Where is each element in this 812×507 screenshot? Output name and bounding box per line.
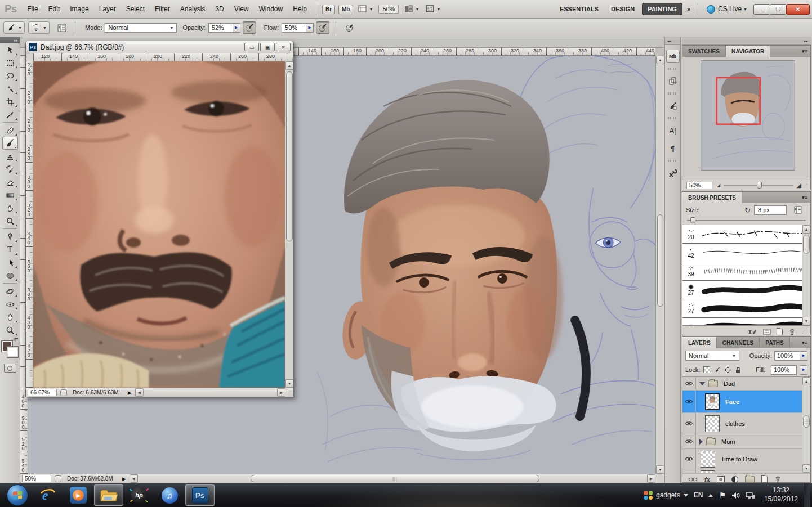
media-player-icon[interactable]: ▶ bbox=[64, 484, 93, 506]
scroll-down-button[interactable]: ▼ bbox=[285, 379, 293, 388]
tab-swatches[interactable]: SWATCHES bbox=[682, 46, 726, 57]
layer-row-partial[interactable] bbox=[682, 469, 810, 473]
scroll-down-button[interactable]: ▼ bbox=[802, 464, 810, 473]
restore-button[interactable]: ❐ bbox=[770, 4, 787, 15]
marquee-tool[interactable] bbox=[2, 56, 18, 69]
language-indicator[interactable]: EN bbox=[694, 491, 703, 499]
horizontal-scroll-thumb[interactable]: ||| bbox=[251, 475, 540, 482]
airbrush-toggle[interactable] bbox=[342, 21, 356, 34]
navigator-zoom-input[interactable]: 50% bbox=[686, 182, 712, 189]
brush-tool[interactable] bbox=[2, 137, 18, 150]
mini-bridge-panel-icon[interactable]: Mb bbox=[666, 50, 680, 63]
paragraph-panel-icon[interactable]: ¶ bbox=[666, 142, 680, 155]
vertical-scroll-thumb[interactable]: ||| bbox=[803, 415, 810, 428]
menu-item[interactable]: 3D bbox=[210, 0, 229, 18]
screen-mode-button[interactable]: ▼ bbox=[423, 3, 443, 15]
lasso-tool[interactable] bbox=[2, 69, 18, 82]
group-collapsed-arrow[interactable] bbox=[699, 439, 703, 445]
scroll-down-button[interactable]: ▼ bbox=[656, 465, 664, 474]
scroll-left-button[interactable]: ◀ bbox=[135, 388, 144, 397]
eyedropper-tool[interactable] bbox=[2, 108, 18, 121]
canvas-horizontal-scrollbar[interactable]: ◀ ▶ ||| bbox=[130, 474, 655, 483]
layer-row-mum-group[interactable]: Mum bbox=[682, 434, 810, 449]
ruler-corner[interactable] bbox=[26, 53, 33, 61]
adjustment-layer-button[interactable] bbox=[731, 476, 738, 483]
smudge-tool[interactable] bbox=[2, 201, 18, 214]
dock-expand-button[interactable]: ▸▸ bbox=[682, 37, 811, 45]
reference-image-window[interactable]: Ps Dad.jpg @ 66.7% (RGB/8#) ▭ ▣ ✕ 120140… bbox=[25, 41, 294, 397]
layer-fill-input[interactable]: 100% bbox=[771, 365, 797, 375]
toggle-brush-panel-button[interactable] bbox=[791, 204, 805, 216]
group-expand-arrow[interactable] bbox=[699, 382, 705, 385]
zoom-slider-thumb[interactable] bbox=[757, 182, 762, 189]
reference-zoom-input[interactable]: 66.67% bbox=[28, 389, 57, 396]
dodge-tool[interactable] bbox=[2, 214, 18, 227]
fill-stepper[interactable]: ▶ bbox=[800, 365, 807, 375]
reference-horizontal-ruler[interactable]: 120140160180200220240260280 bbox=[33, 53, 293, 61]
menu-item[interactable]: Analysis bbox=[175, 0, 211, 18]
type-tool[interactable]: T bbox=[2, 243, 18, 256]
pressure-opacity-toggle[interactable] bbox=[243, 21, 256, 34]
opacity-input[interactable]: 52% bbox=[208, 23, 233, 33]
layer-blend-mode-select[interactable]: Normal ▼ bbox=[685, 351, 739, 361]
brush-preset-row[interactable]: 20 bbox=[682, 225, 810, 244]
layer-row-time-to-draw[interactable]: Time to Draw bbox=[682, 449, 810, 469]
reference-window-titlebar[interactable]: Ps Dad.jpg @ 66.7% (RGB/8#) ▭ ▣ ✕ bbox=[26, 41, 293, 53]
reference-vertical-ruler[interactable]: 220240260280300320340360380400420 bbox=[26, 61, 33, 388]
tab-navigator[interactable]: NAVIGATOR bbox=[726, 46, 770, 57]
layer-thumbnail[interactable] bbox=[701, 451, 715, 468]
hp-utility-icon[interactable]: hp bbox=[124, 484, 154, 506]
menu-item[interactable]: File bbox=[22, 0, 43, 18]
delete-layer-icon[interactable] bbox=[774, 475, 782, 483]
opacity-stepper[interactable]: ▶ bbox=[800, 351, 807, 361]
layer-styles-button[interactable]: fx bbox=[704, 476, 710, 483]
dock-collapse-button[interactable]: ◂◂ bbox=[665, 37, 680, 45]
reset-size-icon[interactable]: ↻ bbox=[744, 206, 751, 214]
scroll-up-button[interactable]: ▲ bbox=[656, 56, 664, 64]
move-tool[interactable] bbox=[2, 43, 18, 56]
swap-colors-icon[interactable]: ⇄ bbox=[14, 336, 19, 342]
scroll-up-button[interactable]: ▲ bbox=[285, 61, 293, 70]
blend-mode-select[interactable]: Normal ▼ bbox=[105, 23, 177, 33]
path-selection-tool[interactable] bbox=[2, 256, 18, 269]
vertical-scroll-thumb[interactable] bbox=[803, 235, 810, 254]
arrange-documents-button[interactable]: ▼ bbox=[402, 3, 421, 15]
close-button[interactable]: ✕ bbox=[786, 4, 810, 15]
show-hidden-icons-button[interactable] bbox=[708, 494, 713, 497]
panel-menu-button[interactable]: ▾≡ bbox=[799, 192, 810, 203]
workspace-essentials[interactable]: ESSENTIALS bbox=[555, 3, 604, 15]
taskbar-clock[interactable]: 13:32 15/09/2012 bbox=[764, 486, 798, 504]
menu-item[interactable]: View bbox=[229, 0, 254, 18]
tool-preset-picker[interactable]: ▼ bbox=[3, 21, 25, 34]
volume-icon[interactable] bbox=[731, 492, 740, 499]
tool-presets-panel-icon[interactable] bbox=[666, 167, 680, 180]
vertical-scroll-thumb[interactable] bbox=[286, 71, 293, 241]
panel-menu-button[interactable]: ▾≡ bbox=[799, 46, 810, 57]
internet-explorer-icon[interactable]: e bbox=[33, 484, 63, 506]
brush-panel-icon[interactable] bbox=[666, 99, 680, 113]
flow-stepper[interactable]: ▶ bbox=[306, 23, 314, 33]
bridge-button[interactable]: Br bbox=[322, 5, 335, 14]
resize-grip[interactable]: ⋰ bbox=[287, 391, 292, 395]
new-brush-button[interactable] bbox=[777, 328, 783, 335]
brush-preset-row[interactable]: 27 bbox=[682, 281, 810, 299]
visibility-eye-icon[interactable] bbox=[685, 380, 693, 387]
action-center-flag-icon[interactable]: ⚑ bbox=[719, 491, 726, 500]
vertical-scroll-thumb[interactable] bbox=[657, 214, 663, 306]
opacity-stepper[interactable]: ▶ bbox=[233, 23, 240, 33]
layer-list-scrollbar[interactable]: ▲ ▼ ||| bbox=[802, 377, 810, 473]
quick-mask-button[interactable] bbox=[4, 364, 16, 373]
workspace-overflow-button[interactable]: » bbox=[687, 6, 690, 12]
minimize-button[interactable]: ▭ bbox=[244, 43, 259, 51]
tab-layers[interactable]: LAYERS bbox=[682, 337, 717, 348]
zoom-tool[interactable] bbox=[2, 324, 18, 336]
canvas-zoom-input[interactable]: 50% bbox=[22, 475, 51, 482]
delete-brush-icon[interactable] bbox=[788, 328, 796, 335]
menu-item[interactable]: Help bbox=[288, 0, 312, 18]
scroll-right-button[interactable]: ▶ bbox=[277, 388, 285, 397]
scroll-left-button[interactable]: ◀ bbox=[130, 474, 138, 483]
size-slider-thumb[interactable] bbox=[690, 217, 695, 223]
menu-item[interactable]: Image bbox=[65, 0, 93, 18]
brush-preset-row[interactable]: 39 bbox=[682, 262, 810, 281]
brush-preset-picker[interactable]: 8 ▼ bbox=[28, 21, 50, 34]
